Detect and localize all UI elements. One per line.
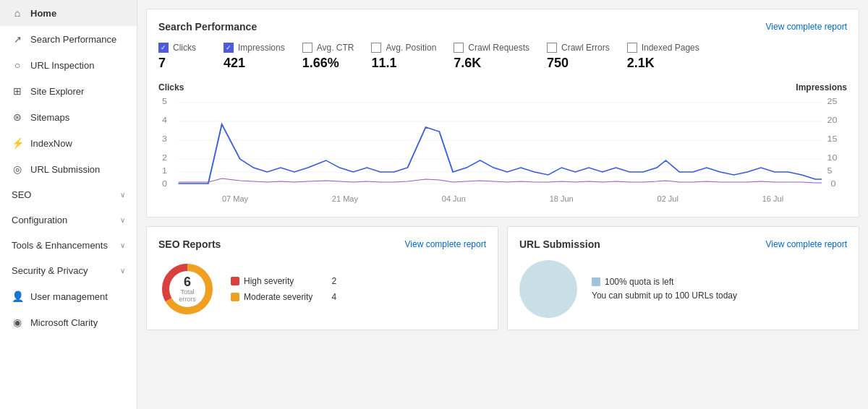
- sidebar-item-label: URL Submission: [30, 164, 100, 175]
- url-submission-card: URL Submission View complete report 100%…: [507, 226, 859, 330]
- sidebar-item-label: URL Inspection: [30, 60, 94, 71]
- metric-checkbox-crawl-req[interactable]: Crawl Requests: [454, 43, 529, 53]
- metric-value-crawl-err: 750: [547, 56, 610, 71]
- sidebar-item-indexnow[interactable]: ⚡ IndexNow: [0, 130, 137, 156]
- checkbox-indexed[interactable]: [627, 43, 637, 53]
- checkbox-position[interactable]: [371, 43, 381, 53]
- metric-value-ctr: 1.66%: [302, 56, 354, 71]
- chart-svg: 5 4 3 2 1 0 25 20 15 10 5 0: [158, 95, 847, 189]
- sidebar-item-label: Microsoft Clarity: [30, 317, 98, 328]
- search-performance-card: Search Performance View complete report …: [146, 9, 859, 218]
- x-label-6: 16 Jul: [762, 194, 783, 203]
- metric-value-position: 11.1: [371, 56, 436, 71]
- quota-text: 100% quota is left You can submit up to …: [592, 275, 737, 303]
- legend-moderate-severity: Moderate severity 4: [231, 292, 336, 302]
- metric-label-ctr: Avg. CTR: [317, 43, 354, 53]
- sidebar-item-label: Configuration: [12, 215, 67, 225]
- search-performance-view-link[interactable]: View complete report: [766, 22, 848, 32]
- svg-text:0: 0: [830, 180, 835, 188]
- metric-label-indexed: Indexed Pages: [642, 43, 699, 53]
- sidebar-item-label: IndexNow: [30, 138, 72, 149]
- sidebar-item-site-explorer[interactable]: ⊞ Site Explorer: [0, 78, 137, 104]
- legend-label-moderate: Moderate severity: [244, 292, 312, 302]
- search-icon: ○: [12, 59, 23, 71]
- search-performance-title: Search Performance: [158, 21, 257, 33]
- quota-line2: You can submit up to 100 URLs today: [592, 290, 737, 301]
- quota-line1: 100% quota is left: [605, 275, 673, 289]
- bottom-cards: SEO Reports View complete report 6: [146, 226, 859, 330]
- sidebar-item-user-management[interactable]: 👤 User management: [0, 283, 137, 309]
- card-header: Search Performance View complete report: [158, 21, 847, 33]
- checkbox-ctr[interactable]: [302, 43, 312, 53]
- clarity-icon: ◉: [12, 317, 23, 328]
- seo-card-header: SEO Reports View complete report: [158, 238, 486, 250]
- chevron-down-icon: ∨: [120, 241, 125, 249]
- metrics-row: Clicks 7 Impressions 421 Avg. CTR 1.66%: [158, 43, 847, 71]
- chart-x-labels: 07 May 21 May 04 Jun 18 Jun 02 Jul 16 Ju…: [158, 194, 847, 203]
- metric-checkbox-crawl-err[interactable]: Crawl Errors: [547, 43, 610, 53]
- globe-icon: ◎: [12, 163, 23, 175]
- metric-indexed-pages: Indexed Pages 2.1K: [627, 43, 717, 71]
- sidebar-item-sitemaps[interactable]: ⊛ Sitemaps: [0, 104, 137, 130]
- chevron-down-icon: ∨: [120, 191, 125, 199]
- checkbox-crawl-req[interactable]: [454, 43, 464, 53]
- sidebar-item-label: SEO: [12, 189, 31, 200]
- metric-checkbox-ctr[interactable]: Avg. CTR: [302, 43, 354, 53]
- sidebar-item-label: Site Explorer: [30, 86, 84, 97]
- sidebar-item-search-performance[interactable]: ↗ Search Performance: [0, 26, 137, 52]
- metric-value-impressions: 421: [224, 56, 285, 71]
- sidebar-item-seo[interactable]: SEO ∨: [0, 182, 137, 207]
- donut-chart: 6 Total errors: [158, 260, 216, 318]
- svg-text:1: 1: [162, 167, 167, 175]
- svg-text:5: 5: [162, 98, 167, 106]
- sidebar-item-label: Sitemaps: [30, 112, 69, 123]
- metric-avg-ctr: Avg. CTR 1.66%: [302, 43, 372, 71]
- moderate-severity-dot: [231, 293, 239, 301]
- x-label-3: 04 Jun: [442, 194, 466, 203]
- sidebar-item-label: Security & Privacy: [12, 265, 88, 276]
- flash-icon: ⚡: [12, 137, 23, 149]
- metric-checkbox-clicks[interactable]: Clicks: [158, 43, 206, 53]
- metric-label-crawl-req: Crawl Requests: [468, 43, 529, 53]
- high-severity-dot: [231, 277, 239, 285]
- metric-checkbox-indexed[interactable]: Indexed Pages: [627, 43, 699, 53]
- url-submission-title: URL Submission: [519, 238, 600, 250]
- svg-text:20: 20: [827, 116, 837, 124]
- metric-crawl-errors: Crawl Errors 750: [547, 43, 627, 71]
- trend-icon: ↗: [12, 33, 23, 45]
- metric-value-crawl-req: 7.6K: [454, 56, 529, 71]
- sidebar-item-home[interactable]: ⌂ Home: [0, 0, 137, 26]
- svg-text:3: 3: [162, 135, 167, 143]
- sidebar-item-configuration[interactable]: Configuration ∨: [0, 207, 137, 233]
- metric-checkbox-position[interactable]: Avg. Position: [371, 43, 436, 53]
- legend-high-severity: High severity 2: [231, 276, 336, 286]
- sidebar-item-security-privacy[interactable]: Security & Privacy ∨: [0, 258, 137, 283]
- main-content: Search Performance View complete report …: [137, 0, 868, 409]
- donut-center: 6 Total errors: [173, 275, 202, 303]
- seo-reports-card: SEO Reports View complete report 6: [146, 226, 498, 330]
- sidebar-item-url-submission[interactable]: ◎ URL Submission: [0, 156, 137, 182]
- seo-reports-view-link[interactable]: View complete report: [405, 239, 487, 249]
- metric-checkbox-impressions[interactable]: Impressions: [224, 43, 285, 53]
- x-label-5: 02 Jul: [658, 194, 678, 203]
- x-label-1: 07 May: [222, 194, 248, 203]
- svg-text:4: 4: [162, 116, 167, 124]
- home-icon: ⌂: [12, 7, 23, 19]
- legend-count-high: 2: [317, 276, 336, 286]
- sidebar-item-url-inspection[interactable]: ○ URL Inspection: [0, 52, 137, 78]
- sidebar-item-microsoft-clarity[interactable]: ◉ Microsoft Clarity: [0, 309, 137, 335]
- checkbox-crawl-err[interactable]: [547, 43, 557, 53]
- svg-text:5: 5: [827, 167, 832, 175]
- sidebar-item-label: Search Performance: [30, 34, 116, 45]
- metric-value-clicks: 7: [158, 56, 206, 71]
- grid-icon: ⊞: [12, 85, 23, 97]
- sidebar-item-tools-enhancements[interactable]: Tools & Enhancements ∨: [0, 233, 137, 258]
- checkbox-clicks[interactable]: [158, 43, 169, 53]
- checkbox-impressions[interactable]: [224, 43, 234, 53]
- sidebar: ⌂ Home ↗ Search Performance ○ URL Inspec…: [0, 0, 137, 409]
- chart-right-label: Impressions: [796, 82, 847, 92]
- legend-count-moderate: 4: [317, 292, 336, 302]
- metric-impressions: Impressions 421: [224, 43, 302, 71]
- chart-left-label: Clicks: [158, 82, 184, 92]
- url-submission-view-link[interactable]: View complete report: [766, 239, 848, 249]
